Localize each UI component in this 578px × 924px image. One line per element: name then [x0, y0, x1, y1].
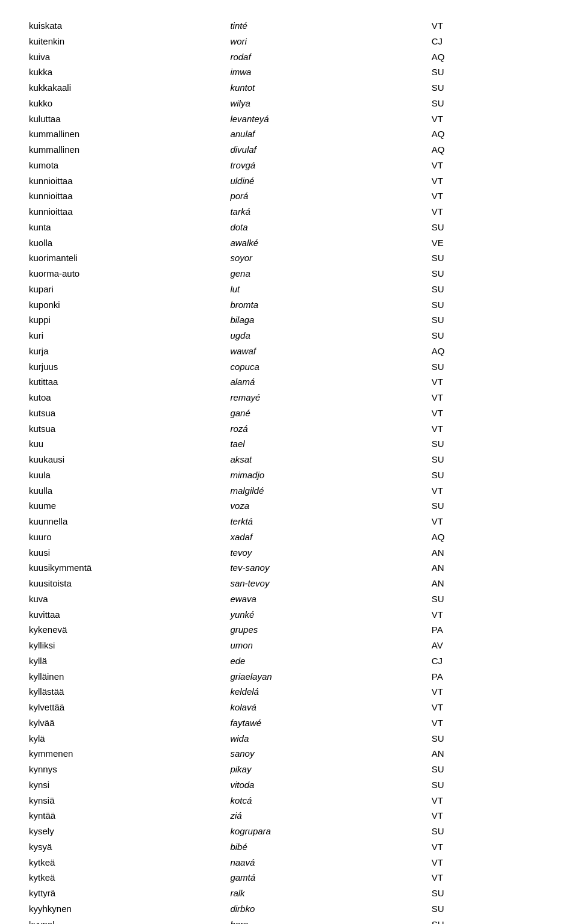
language-code: SU: [427, 220, 554, 235]
table-row: kuuroxadafAQ: [24, 529, 554, 545]
table-row: kuponkibromtaSU: [24, 297, 554, 313]
finnish-word: kyllä: [24, 653, 225, 669]
language-code: SU: [427, 266, 554, 282]
kotava-word: uldiné: [225, 173, 426, 189]
table-row: kuusikymmentätev-sanoyAN: [24, 560, 554, 576]
kotava-word: ralk: [225, 886, 426, 901]
kotava-word: tael: [225, 436, 426, 452]
language-code: CJ: [427, 34, 554, 49]
kotava-word: rodaf: [225, 49, 426, 65]
finnish-word: kylliksi: [24, 638, 225, 653]
language-code: SU: [427, 777, 554, 793]
table-row: kuiskatatintéVT: [24, 18, 554, 34]
table-row: kutittaaalamáVT: [24, 374, 554, 390]
table-row: kunnioittaaporáVT: [24, 188, 554, 204]
table-row: kukkowilyaSU: [24, 96, 554, 111]
table-row: kuorimantelisoyorSU: [24, 250, 554, 266]
language-code: SU: [427, 96, 554, 111]
language-code: SU: [427, 731, 554, 747]
finnish-word: kukkakaali: [24, 80, 225, 96]
kotava-word: wilya: [225, 96, 426, 111]
table-row: kuulamimadjoSU: [24, 467, 554, 483]
language-code: SU: [427, 282, 554, 297]
language-code: SU: [427, 250, 554, 266]
language-code: VT: [427, 700, 554, 715]
table-row: kutsuaganéVT: [24, 405, 554, 421]
finnish-word: kysely: [24, 824, 225, 839]
finnish-word: kytkeä: [24, 870, 225, 886]
kotava-word: ugda: [225, 328, 426, 343]
finnish-word: kuukausi: [24, 452, 225, 467]
language-code: VT: [427, 483, 554, 499]
finnish-word: kynsi: [24, 777, 225, 793]
kotava-word: trovgá: [225, 158, 426, 173]
finnish-word: kyttyrä: [24, 886, 225, 901]
finnish-word: kylvää: [24, 715, 225, 731]
kotava-word: malgildé: [225, 483, 426, 499]
finnish-word: kyynel: [24, 917, 225, 925]
finnish-word: kyllästää: [24, 684, 225, 700]
finnish-word: kynsiä: [24, 793, 225, 808]
finnish-word: kuppi: [24, 312, 225, 328]
table-row: kymmenensanoyAN: [24, 746, 554, 762]
language-code: SU: [427, 917, 554, 925]
language-code: VT: [427, 715, 554, 731]
language-code: PA: [427, 622, 554, 638]
kotava-word: yunké: [225, 607, 426, 623]
language-code: VT: [427, 870, 554, 886]
language-code: AQ: [427, 126, 554, 142]
finnish-word: kumota: [24, 158, 225, 173]
language-code: AQ: [427, 142, 554, 158]
kotava-word: keldelá: [225, 684, 426, 700]
kotava-word: naavá: [225, 855, 426, 870]
finnish-word: kuvittaa: [24, 607, 225, 623]
table-row: kummallinendivulafAQ: [24, 142, 554, 158]
finnish-word: kuluttaa: [24, 111, 225, 127]
kotava-word: lut: [225, 282, 426, 297]
kotava-word: tarká: [225, 204, 426, 220]
finnish-word: kuiskata: [24, 18, 225, 34]
language-code: SU: [427, 591, 554, 607]
table-row: kyllästääkeldeláVT: [24, 684, 554, 700]
finnish-word: kuu: [24, 436, 225, 452]
language-code: SU: [427, 80, 554, 96]
kotava-word: wawaf: [225, 343, 426, 359]
table-row: kyttyräralkSU: [24, 886, 554, 901]
language-code: AQ: [427, 529, 554, 545]
finnish-word: kyntää: [24, 808, 225, 824]
kotava-word: gamtá: [225, 870, 426, 886]
language-code: VT: [427, 684, 554, 700]
table-row: kynsivitodaSU: [24, 777, 554, 793]
table-row: kuriugdaSU: [24, 328, 554, 343]
kotava-word: vitoda: [225, 777, 426, 793]
kotava-word: sanoy: [225, 746, 426, 762]
finnish-word: kyyhkynen: [24, 901, 225, 917]
table-row: kyläwidaSU: [24, 731, 554, 747]
kotava-word: wida: [225, 731, 426, 747]
table-row: kuutaelSU: [24, 436, 554, 452]
finnish-word: kylvettää: [24, 700, 225, 715]
kotava-word: divulaf: [225, 142, 426, 158]
finnish-word: kunta: [24, 220, 225, 235]
finnish-word: kylä: [24, 731, 225, 747]
finnish-word: kutittaa: [24, 374, 225, 390]
finnish-word: kylläinen: [24, 669, 225, 685]
finnish-word: kuri: [24, 328, 225, 343]
kotava-word: san-tevoy: [225, 576, 426, 591]
language-code: AQ: [427, 49, 554, 65]
table-row: kynsiäkotcáVT: [24, 793, 554, 808]
table-row: kutoaremayéVT: [24, 390, 554, 405]
kotava-word: levanteyá: [225, 111, 426, 127]
finnish-word: kunnioittaa: [24, 204, 225, 220]
finnish-word: kukka: [24, 64, 225, 80]
table-row: kutsuarozáVT: [24, 421, 554, 437]
table-row: kukkaimwaSU: [24, 64, 554, 80]
kotava-word: bromta: [225, 297, 426, 313]
finnish-word: kuorma-auto: [24, 266, 225, 282]
language-code: VT: [427, 421, 554, 437]
finnish-word: kuunnella: [24, 514, 225, 529]
kotava-word: porá: [225, 188, 426, 204]
finnish-word: kytkeä: [24, 855, 225, 870]
table-row: kuusitoistasan-tevoyAN: [24, 576, 554, 591]
language-code: VT: [427, 607, 554, 623]
